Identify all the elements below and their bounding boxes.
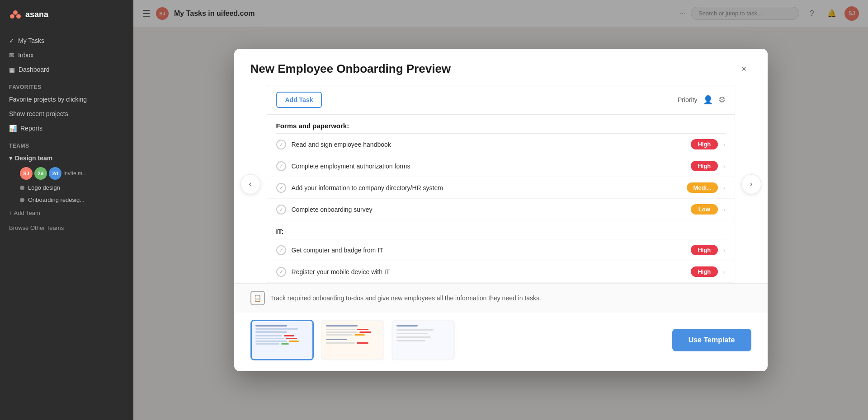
task-check-icon: ✓: [276, 245, 286, 255]
add-task-button[interactable]: Add Task: [276, 92, 322, 108]
favorites-hint-text: Favorite projects by clicking: [9, 96, 87, 103]
settings-filter-icon[interactable]: ⚙: [718, 95, 726, 105]
favorites-section-header: Favorites: [0, 77, 133, 92]
thumbnail-3[interactable]: [392, 320, 455, 360]
priority-badge: High: [691, 139, 718, 149]
team-avatars: SJ 2d 2d Invite m...: [0, 165, 133, 182]
svg-point-1: [10, 14, 14, 19]
info-icon: 📋: [250, 291, 265, 305]
modal-overlay: New Employee Onboarding Preview × ‹ Add …: [133, 0, 868, 420]
task-preview-container: ‹ Add Task Priority 👤 ⚙: [250, 85, 751, 283]
main-content: ☰ SJ My Tasks in uifeed.com ··· Search o…: [133, 0, 868, 420]
thumbnail-inner: [252, 321, 312, 359]
use-template-button[interactable]: Use Template: [672, 329, 751, 351]
browse-teams-link[interactable]: Browse Other Teams: [0, 220, 133, 236]
avatar: 2d: [49, 167, 61, 180]
sidebar-item-label: My Tasks: [18, 37, 44, 44]
section-title: Forms and paperwork:: [276, 122, 349, 130]
browse-teams-label: Browse Other Teams: [9, 224, 64, 231]
design-team-header[interactable]: ▾ Design team: [0, 151, 133, 165]
task-name: Complete employment authorization forms: [292, 163, 685, 170]
thumb-decoration: [396, 325, 418, 327]
task-check-icon: ✓: [276, 140, 286, 149]
sidebar-item-label: Dashboard: [19, 66, 50, 73]
nav-prev-button[interactable]: ‹: [241, 174, 260, 194]
add-team-label: + Add Team: [9, 210, 40, 216]
thumbnail-2[interactable]: [321, 320, 384, 360]
task-chevron-icon: ›: [723, 141, 726, 148]
teams-section-header: Teams: [0, 135, 133, 151]
asana-logo[interactable]: asana: [9, 8, 48, 21]
task-check-icon: ✓: [276, 161, 286, 171]
sidebar-nav: ✓ My Tasks ✉ Inbox ▦ Dashboard Favorites…: [0, 29, 133, 420]
design-team-label: Design team: [15, 154, 52, 162]
project-label: Onboarding redesig...: [28, 196, 85, 203]
it-section-header: IT:: [267, 220, 735, 239]
task-name: Add your information to company director…: [292, 184, 682, 191]
project-dot-icon: [20, 186, 24, 190]
priority-badge: Medi...: [687, 182, 717, 193]
sidebar-item-reports[interactable]: 📊 Reports: [0, 121, 133, 135]
task-check-icon: ✓: [276, 183, 286, 193]
invite-member-label[interactable]: Invite m...: [63, 167, 87, 180]
task-name: Read and sign employee handbook: [292, 141, 685, 148]
avatar: 2d: [34, 167, 47, 180]
sidebar-item-my-tasks[interactable]: ✓ My Tasks: [0, 33, 133, 48]
task-chevron-icon: ›: [723, 163, 726, 170]
thumbnail-inner: [322, 321, 383, 359]
table-row[interactable]: ✓ Register your mobile device with IT Hi…: [267, 261, 735, 283]
asana-logo-text: asana: [25, 10, 48, 19]
task-chevron-icon: ›: [723, 247, 726, 254]
thumbnails-list: [250, 320, 455, 360]
svg-point-0: [13, 10, 18, 15]
sidebar-item-inbox[interactable]: ✉ Inbox: [0, 48, 133, 62]
table-row[interactable]: ✓ Get computer and badge from IT High ›: [267, 239, 735, 261]
dashboard-icon: ▦: [9, 66, 15, 73]
person-filter-icon[interactable]: 👤: [703, 95, 713, 105]
priority-badge: High: [691, 245, 718, 255]
sidebar-project-onboarding[interactable]: Onboarding redesig...: [0, 194, 133, 206]
nav-next-button[interactable]: ›: [741, 174, 761, 194]
modal-close-button[interactable]: ×: [737, 61, 751, 76]
task-name: Register your mobile device with IT: [292, 268, 685, 275]
sidebar-project-logo-design[interactable]: Logo design: [0, 182, 133, 194]
task-chevron-icon: ›: [723, 268, 726, 275]
priority-badge: High: [691, 161, 718, 171]
modal-dialog: New Employee Onboarding Preview × ‹ Add …: [234, 49, 768, 371]
sidebar-header: asana: [0, 0, 133, 29]
thumb-decoration: [326, 325, 358, 327]
sidebar-item-label: Reports: [20, 125, 42, 132]
priority-label: Priority: [678, 96, 698, 103]
show-recent-label: Show recent projects: [9, 110, 68, 117]
task-check-icon: ✓: [276, 205, 286, 215]
info-text: Track required onboarding to-dos and giv…: [270, 294, 542, 302]
avatar: SJ: [20, 167, 33, 180]
sidebar-show-recent[interactable]: Show recent projects: [0, 107, 133, 121]
task-toolbar-right: Priority 👤 ⚙: [678, 95, 726, 105]
table-row[interactable]: ✓ Add your information to company direct…: [267, 177, 735, 199]
svg-point-2: [16, 14, 21, 19]
task-name: Complete onboarding survey: [292, 206, 685, 213]
thumb-decoration: [255, 328, 298, 330]
add-team-button[interactable]: + Add Team: [0, 206, 133, 220]
sidebar-item-dashboard[interactable]: ▦ Dashboard: [0, 62, 133, 77]
table-row[interactable]: ✓ Read and sign employee handbook High ›: [267, 134, 735, 155]
sidebar-item-label: Inbox: [18, 51, 33, 59]
task-chevron-icon: ›: [723, 184, 726, 191]
inbox-icon: ✉: [9, 51, 14, 59]
thumb-decoration: [255, 325, 288, 327]
sidebar-favorite-prompt: Favorite projects by clicking: [0, 92, 133, 107]
task-list-area: Forms and paperwork: ✓ Read and sign emp…: [267, 115, 735, 283]
task-name: Get computer and badge from IT: [292, 247, 685, 254]
table-row[interactable]: ✓ Complete employment authorization form…: [267, 155, 735, 177]
tasks-icon: ✓: [9, 37, 14, 44]
task-preview: Add Task Priority 👤 ⚙ Forms and pa: [267, 85, 735, 283]
project-dot-icon: [20, 198, 24, 202]
project-label: Logo design: [28, 184, 60, 191]
table-row[interactable]: ✓ Complete onboarding survey Low ›: [267, 199, 735, 220]
reports-icon: 📊: [9, 125, 17, 132]
thumbnail-1[interactable]: [250, 320, 314, 360]
thumb-decoration: [255, 331, 288, 333]
task-check-icon: ✓: [276, 267, 286, 277]
task-chevron-icon: ›: [723, 206, 726, 213]
